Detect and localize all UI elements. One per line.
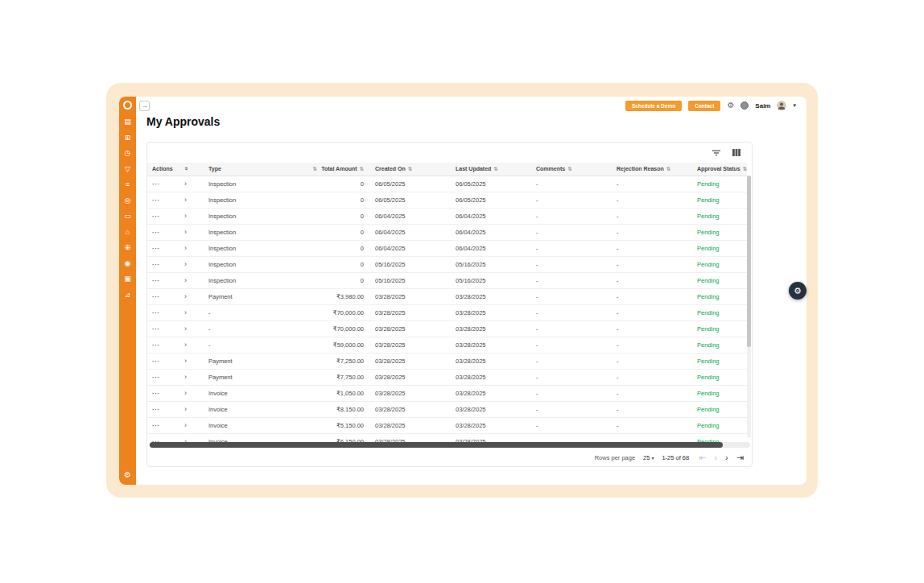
table-cell: 06/05/2025 [370, 192, 451, 208]
row-expand-icon[interactable]: › [184, 373, 187, 381]
row-expand-icon[interactable]: › [184, 421, 187, 429]
inventory-icon[interactable]: ▣ [122, 274, 134, 283]
table-cell: 0 [320, 176, 370, 192]
filter-icon[interactable] [712, 150, 720, 156]
next-page-button[interactable]: › [725, 453, 728, 462]
rows-per-page-select[interactable]: 25 ▾ [643, 454, 654, 461]
table-cell: 05/16/2025 [370, 272, 451, 288]
funnel-icon[interactable]: ▽ [122, 164, 134, 174]
floating-settings-button[interactable]: ⚙ [789, 282, 806, 300]
row-expand-icon[interactable]: › [184, 260, 187, 268]
row-expand-icon[interactable]: › [184, 196, 187, 204]
row-actions-button[interactable]: ··· [152, 213, 160, 220]
table-cell: Pending [692, 176, 747, 192]
row-expand-icon[interactable]: › [184, 357, 187, 365]
sort-icon[interactable]: ⇅ [313, 166, 317, 172]
globe-icon[interactable]: ⊕ [122, 242, 134, 252]
table-cell: - [612, 192, 692, 208]
table-cell: - [531, 176, 612, 192]
apps-grid-icon[interactable]: ⊞ [122, 133, 134, 143]
vertical-scrollbar-thumb[interactable] [747, 176, 751, 347]
last-updated-header: Last Updated [456, 166, 491, 172]
home-icon[interactable]: ⌂ [122, 227, 134, 237]
profile-icon[interactable]: ◎ [122, 196, 134, 205]
row-actions-button[interactable]: ··· [152, 390, 160, 397]
vertical-scrollbar[interactable] [747, 176, 751, 438]
row-expand-icon[interactable]: › [184, 212, 187, 220]
table-cell: ₹7,250.00 [320, 353, 370, 369]
app-logo[interactable] [123, 101, 132, 110]
table-cell: - [612, 385, 692, 401]
table-cell: 03/28/2025 [370, 369, 451, 385]
sort-icon[interactable]: ⇅ [408, 166, 412, 172]
list-icon[interactable]: ≡ [122, 180, 134, 189]
row-expand-icon[interactable]: › [184, 180, 187, 188]
table-row: ···›Invoice₹8,150.0003/28/202503/28/2025… [147, 401, 747, 417]
settings-icon[interactable]: ⚙ [124, 470, 131, 479]
topbar: → Schedule a Demo Contact ⚙ Saim ▾ [136, 97, 806, 114]
row-actions-button[interactable]: ··· [152, 406, 160, 413]
row-expand-icon[interactable]: › [184, 325, 187, 333]
expand-all-icon[interactable]: » [183, 167, 190, 171]
card-icon[interactable]: ▭ [122, 211, 134, 221]
row-expand-icon[interactable]: › [184, 292, 187, 300]
horizontal-scrollbar-thumb[interactable] [150, 442, 723, 448]
table-cell: - [531, 369, 612, 385]
sort-icon[interactable]: ⇅ [493, 166, 497, 172]
row-actions-button[interactable]: ··· [152, 261, 160, 268]
row-expand-icon[interactable]: › [184, 405, 187, 413]
table-cell: - [612, 176, 692, 192]
history-icon[interactable]: ◷ [122, 148, 134, 158]
help-icon[interactable] [740, 101, 749, 110]
sidebar-expand-button[interactable]: → [139, 101, 150, 111]
contact-button[interactable]: Contact [688, 101, 720, 111]
row-actions-button[interactable]: ··· [152, 325, 160, 333]
row-actions-button[interactable]: ··· [152, 196, 160, 204]
chevron-down-icon[interactable]: ▾ [793, 102, 796, 109]
chevron-down-icon: ▾ [651, 455, 654, 461]
dashboard-icon[interactable]: ▤ [122, 117, 134, 126]
page-title: My Approvals [146, 115, 220, 128]
row-expand-icon[interactable]: › [184, 341, 187, 349]
row-expand-icon[interactable]: › [184, 308, 187, 316]
row-actions-button[interactable]: ··· [152, 422, 160, 429]
table-row: ···›-₹70,000.0003/28/202503/28/2025--Pen… [147, 320, 747, 337]
avatar[interactable] [777, 101, 786, 110]
table-cell: Invoice [204, 417, 320, 433]
records-icon[interactable]: ◉ [122, 258, 134, 268]
row-actions-button[interactable]: ··· [152, 341, 160, 349]
row-actions-button[interactable]: ··· [152, 374, 160, 381]
columns-icon[interactable] [732, 149, 740, 156]
arrow-right-icon: → [142, 102, 148, 110]
row-actions-button[interactable]: ··· [152, 180, 160, 188]
avatar-image [777, 101, 786, 110]
row-expand-icon[interactable]: › [184, 389, 187, 397]
user-name: Saim [755, 102, 770, 110]
reports-icon[interactable]: ⊿ [122, 290, 134, 300]
gear-icon[interactable]: ⚙ [727, 101, 734, 110]
table-cell: ··· [147, 304, 179, 320]
schedule-demo-button[interactable]: Schedule a Demo [625, 101, 682, 111]
last-page-button[interactable]: ⇥ [736, 453, 744, 462]
sort-icon[interactable]: ⇅ [743, 166, 747, 172]
row-expand-icon[interactable]: › [184, 276, 187, 284]
row-actions-button[interactable]: ··· [152, 309, 160, 316]
first-page-button[interactable]: ⇤ [699, 453, 706, 462]
table-cell: › [179, 417, 204, 433]
row-expand-icon[interactable]: › [184, 244, 187, 252]
row-actions-button[interactable]: ··· [152, 293, 160, 300]
sort-icon[interactable]: ⇅ [567, 166, 571, 172]
row-expand-icon[interactable]: › [184, 228, 187, 236]
table-cell: - [612, 337, 692, 353]
table-cell: › [179, 320, 204, 337]
sort-icon[interactable]: ⇅ [360, 166, 364, 172]
horizontal-scrollbar[interactable] [149, 442, 750, 448]
row-actions-button[interactable]: ··· [152, 277, 160, 284]
row-actions-button[interactable]: ··· [152, 229, 160, 236]
row-actions-button[interactable]: ··· [152, 358, 160, 365]
prev-page-button[interactable]: ‹ [714, 453, 717, 462]
row-actions-button[interactable]: ··· [152, 245, 160, 252]
table-cell: 03/28/2025 [451, 433, 531, 442]
table-cell: Pending [692, 385, 747, 401]
sort-icon[interactable]: ⇅ [666, 166, 670, 172]
